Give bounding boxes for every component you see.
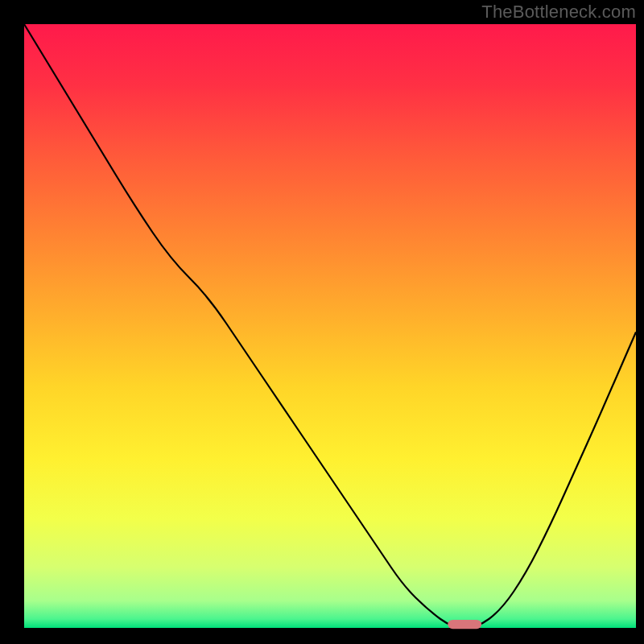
chart-canvas [0, 0, 644, 644]
bottleneck-chart: TheBottleneck.com [0, 0, 644, 644]
watermark-label: TheBottleneck.com [481, 2, 636, 23]
optimal-marker [448, 620, 481, 629]
